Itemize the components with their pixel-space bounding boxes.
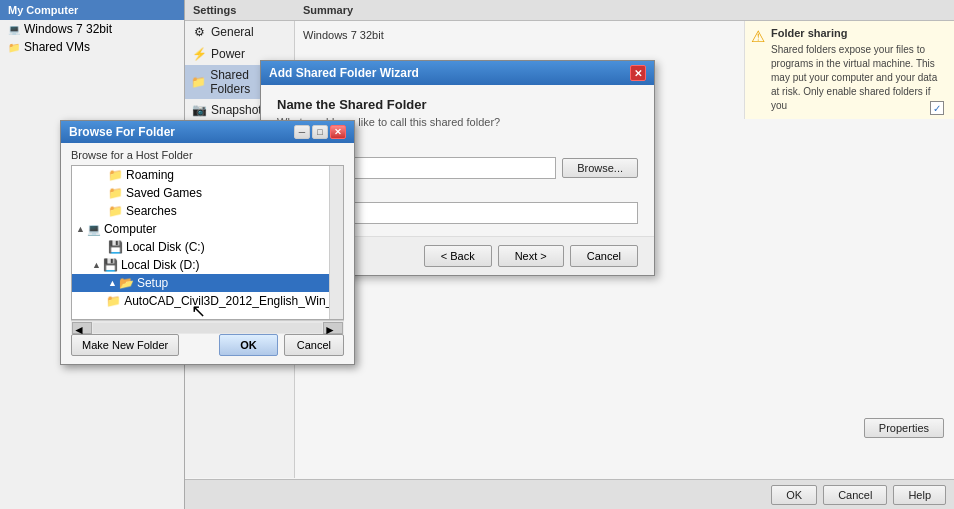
settings-label: General	[211, 25, 254, 39]
wizard-cancel-button[interactable]: Cancel	[570, 245, 638, 267]
summary-col-header: Summary	[295, 2, 361, 18]
enable-checkbox[interactable]	[930, 101, 944, 115]
tree-item-computer[interactable]: ▲ 💻 Computer	[72, 220, 343, 238]
folder-icon: 📁	[108, 186, 123, 200]
tree-item-locald[interactable]: ▲ 💾 Local Disk (D:)	[72, 256, 343, 274]
tree-item-savedgames[interactable]: 📁 Saved Games	[72, 184, 343, 202]
next-button[interactable]: Next >	[498, 245, 564, 267]
properties-button[interactable]: Properties	[864, 418, 944, 438]
browse-title: Browse For Folder	[69, 125, 175, 139]
tree-item-label: Setup	[137, 276, 168, 290]
wizard-title: Add Shared Folder Wizard	[269, 66, 419, 80]
wizard-close-button[interactable]: ✕	[630, 65, 646, 81]
minimize-button[interactable]: ─	[294, 125, 310, 139]
general-icon: ⚙	[191, 24, 207, 40]
cancel-button[interactable]: Cancel	[823, 485, 887, 505]
settings-item-general[interactable]: ⚙ General	[185, 21, 294, 43]
checkbox-area	[930, 101, 944, 115]
properties-btn-area: Properties	[864, 418, 944, 438]
hscroll-left[interactable]: ◄	[72, 322, 92, 334]
tree-item-label: AutoCAD_Civil3D_2012_English_Win_6	[124, 294, 339, 308]
bottom-bar: OK Cancel Help	[185, 479, 954, 509]
disk-icon: 💾	[103, 258, 118, 272]
browse-subtitle: Browse for a Host Folder	[61, 143, 354, 165]
browse-titlebar: Browse For Folder ─ □ ✕	[61, 121, 354, 143]
browse-ok-button[interactable]: OK	[219, 334, 278, 356]
expand-icon: ▲	[92, 260, 101, 270]
back-button[interactable]: < Back	[424, 245, 492, 267]
help-button[interactable]: Help	[893, 485, 946, 505]
sidebar-item-windows7[interactable]: 💻 Windows 7 32bit	[0, 20, 184, 38]
browse-close-button[interactable]: ✕	[330, 125, 346, 139]
disk-icon: 💾	[108, 240, 123, 254]
wizard-titlebar: Add Shared Folder Wizard ✕	[261, 61, 654, 85]
folder-icon: 📁	[108, 168, 123, 182]
tree-item-label: Local Disk (C:)	[126, 240, 205, 254]
tree-item-autocad[interactable]: 📁 AutoCAD_Civil3D_2012_English_Win_6	[72, 292, 343, 310]
warning-icon: ⚠	[751, 27, 765, 46]
folder-icon: 📁	[106, 294, 121, 308]
info-panel-title: Folder sharing	[771, 27, 948, 39]
expand-icon: ▲	[108, 278, 117, 288]
make-new-folder-button[interactable]: Make New Folder	[71, 334, 179, 356]
wizard-section-title: Name the Shared Folder	[277, 97, 638, 112]
folder-icon: 📁	[108, 204, 123, 218]
browse-button[interactable]: Browse...	[562, 158, 638, 178]
folder-icon: 📁	[8, 42, 20, 53]
browse-scrollbar[interactable]	[329, 166, 343, 319]
shared-folders-icon: 📁	[191, 74, 206, 90]
vm-icon: 💻	[8, 24, 20, 35]
sidebar-item-label: Shared VMs	[24, 40, 90, 54]
tree-item-label: Local Disk (D:)	[121, 258, 200, 272]
browse-btn-row: Make New Folder OK Cancel	[61, 334, 354, 364]
tree-item-setup[interactable]: ▲ 📂 Setup	[72, 274, 343, 292]
settings-header: Settings Summary	[185, 0, 954, 21]
hscroll-track[interactable]	[93, 323, 322, 333]
browse-tree[interactable]: 📁 Roaming 📁 Saved Games 📁 Searches ▲ 💻 C…	[71, 165, 344, 320]
hscroll-right[interactable]: ►	[323, 322, 343, 334]
folder-open-icon: 📂	[119, 276, 134, 290]
browse-tree-hscroll: ◄ ►	[71, 320, 344, 334]
tree-item-label: Saved Games	[126, 186, 202, 200]
tree-item-label: Searches	[126, 204, 177, 218]
snapshots-icon: 📷	[191, 102, 207, 118]
power-icon: ⚡	[191, 46, 207, 62]
horizontal-scrollbar[interactable]: ◄ ►	[71, 320, 344, 334]
sidebar-item-label: Windows 7 32bit	[24, 22, 112, 36]
computer-icon: 💻	[87, 223, 101, 236]
browse-titlebar-buttons: ─ □ ✕	[294, 125, 346, 139]
info-panel: ⚠ Folder sharing Shared folders expose y…	[744, 21, 954, 119]
browse-cancel-button[interactable]: Cancel	[284, 334, 344, 356]
info-panel-text: Shared folders expose your files to prog…	[771, 43, 948, 113]
tree-item-localc[interactable]: 💾 Local Disk (C:)	[72, 238, 343, 256]
tree-item-label: Computer	[104, 222, 157, 236]
maximize-button[interactable]: □	[312, 125, 328, 139]
settings-col-header: Settings	[185, 2, 295, 18]
sidebar-header: My Computer	[0, 0, 184, 20]
browse-ok-cancel: OK Cancel	[219, 334, 344, 356]
tree-item-roaming[interactable]: 📁 Roaming	[72, 166, 343, 184]
ok-button[interactable]: OK	[771, 485, 817, 505]
tree-item-searches[interactable]: 📁 Searches	[72, 202, 343, 220]
sidebar-item-sharedvms[interactable]: 📁 Shared VMs	[0, 38, 184, 56]
browse-dialog: Browse For Folder ─ □ ✕ Browse for a Hos…	[60, 120, 355, 365]
expand-icon: ▲	[76, 224, 85, 234]
settings-label: Power	[211, 47, 245, 61]
tree-item-label: Roaming	[126, 168, 174, 182]
